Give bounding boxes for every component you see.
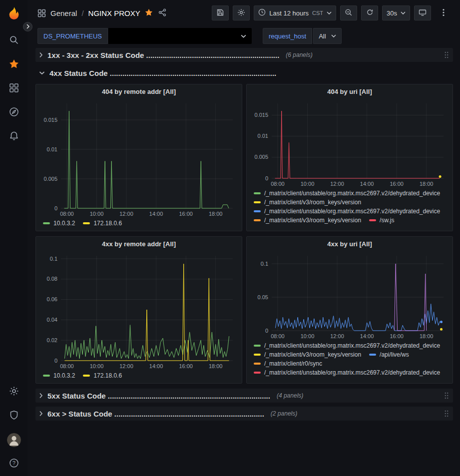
share-icon <box>158 8 166 18</box>
series-color-swatch <box>254 192 261 194</box>
series-color-swatch <box>254 201 261 203</box>
sidebar: ? <box>0 0 27 476</box>
svg-text:14:00: 14:00 <box>149 211 163 217</box>
share-button[interactable] <box>158 8 166 18</box>
breadcrumb-separator: / <box>81 9 83 17</box>
sidebar-item-dashboards[interactable] <box>0 77 27 101</box>
breadcrumb-folder[interactable]: General <box>50 9 77 17</box>
sidebar-item-explore[interactable] <box>0 101 27 125</box>
svg-text:10:00: 10:00 <box>301 181 315 187</box>
svg-text:18:00: 18:00 <box>209 211 223 217</box>
request-host-variable-label: request_host <box>263 28 312 44</box>
svg-text:10:00: 10:00 <box>90 211 104 217</box>
sidebar-item-profile[interactable] <box>0 428 27 452</box>
series-name: 172.18.0.6 <box>93 372 122 379</box>
sidebar-item-security[interactable] <box>0 404 27 428</box>
dashboard-variables-bar: DS_PROMETHEUS request_host All <box>27 26 460 46</box>
legend-item[interactable]: /_matrix/client/v3/room_keys/version <box>254 351 361 358</box>
time-range-picker[interactable]: Last 12 hours CST <box>254 5 336 20</box>
grafana-logo-icon[interactable] <box>5 5 22 22</box>
row-drag-handle-icon[interactable] <box>444 410 449 418</box>
request-host-select[interactable]: All <box>313 28 341 44</box>
sidebar-item-starred[interactable] <box>0 53 27 77</box>
sidebar-item-settings[interactable] <box>0 380 27 404</box>
panel-title[interactable]: 404 by uri [All] <box>247 84 453 98</box>
favorite-star-button[interactable] <box>145 8 153 18</box>
row-panel-count: (4 panels) <box>277 392 303 399</box>
legend-item[interactable]: /api/live/ws <box>369 351 409 358</box>
tv-mode-button[interactable] <box>414 5 431 20</box>
legend-item[interactable]: /_matrix/client/unstable/org.matrix.msc2… <box>254 208 440 215</box>
row-6xx-status-code[interactable]: 6xx > Status Code ......................… <box>35 407 453 421</box>
svg-text:0.1: 0.1 <box>50 256 57 262</box>
legend-item[interactable]: 172.18.0.6 <box>83 220 122 227</box>
refresh-button[interactable] <box>361 5 378 20</box>
chevron-right-icon <box>39 52 43 58</box>
legend-item[interactable]: /sw.js <box>369 217 394 224</box>
svg-text:12:00: 12:00 <box>119 363 133 369</box>
timezone-label: CST <box>312 10 323 16</box>
svg-text:10:00: 10:00 <box>301 333 315 339</box>
gear-icon <box>237 8 245 18</box>
series-name: /api/live/ws <box>380 351 409 358</box>
sidebar-item-help[interactable]: ? <box>0 452 27 476</box>
sidebar-item-alerting[interactable] <box>0 125 27 149</box>
refresh-interval-select[interactable]: 30s <box>382 5 410 20</box>
star-icon <box>145 8 153 18</box>
svg-text:12:00: 12:00 <box>330 333 344 339</box>
legend-item[interactable]: 10.0.3.2 <box>43 372 75 379</box>
sidebar-expand-button[interactable] <box>23 22 32 31</box>
svg-text:08:00: 08:00 <box>271 181 285 187</box>
save-dashboard-button[interactable] <box>212 5 229 20</box>
panel-title[interactable]: 404 by remote addr [All] <box>36 84 242 98</box>
series-name: 172.18.0.6 <box>93 220 122 227</box>
svg-text:0.05: 0.05 <box>258 294 268 300</box>
row-5xx-status-code[interactable]: 5xx Status Code ........................… <box>35 389 453 403</box>
panel-legend: /_matrix/client/unstable/org.matrix.msc2… <box>247 188 453 231</box>
zoom-out-button[interactable] <box>340 5 357 20</box>
svg-text:18:00: 18:00 <box>209 363 223 369</box>
row-4xx-status-code[interactable]: 4xx Status Code ........................… <box>35 66 453 80</box>
svg-text:12:00: 12:00 <box>119 211 133 217</box>
series-color-swatch <box>254 363 261 365</box>
chevron-right-icon <box>39 411 43 417</box>
time-series-chart: 08:0010:0012:0014:0016:0018:0000.050.1 <box>249 251 451 341</box>
panel-legend: 10.0.3.2172.18.0.6 <box>36 218 242 231</box>
panel-title[interactable]: 4xx by uri [All] <box>247 237 453 251</box>
row-drag-handle-icon[interactable] <box>444 392 449 400</box>
time-series-chart: 08:0010:0012:0014:0016:0018:0000.0050.01… <box>249 98 451 188</box>
apps-icon <box>37 9 46 17</box>
shield-icon <box>9 410 19 422</box>
row-1xx-3xx-2xx-status-code[interactable]: 1xx - 3xx - 2xx Status Code ............… <box>35 48 453 62</box>
chevron-down-icon <box>401 11 406 14</box>
gear-icon <box>9 386 19 398</box>
legend-item[interactable]: 172.18.0.6 <box>83 372 122 379</box>
legend-item[interactable]: /_matrix/client/v3/room_keys/version <box>254 199 361 206</box>
svg-text:10:00: 10:00 <box>90 363 104 369</box>
legend-item[interactable]: 10.0.3.2 <box>43 220 75 227</box>
svg-text:16:00: 16:00 <box>179 211 193 217</box>
legend-item[interactable]: /_matrix/client/r0/sync <box>254 360 322 367</box>
more-options-button[interactable] <box>435 5 452 20</box>
series-color-swatch <box>83 222 90 224</box>
series-name: /sw.js <box>380 217 394 224</box>
search-icon <box>9 35 19 47</box>
user-avatar <box>7 433 21 447</box>
row-drag-handle-icon[interactable] <box>444 51 449 59</box>
svg-text:0.015: 0.015 <box>254 112 268 118</box>
dashboard-settings-button[interactable] <box>233 5 250 20</box>
save-icon <box>216 8 224 18</box>
chart-area: 08:0010:0012:0014:0016:0018:0000.0050.01… <box>36 98 242 218</box>
panel-title[interactable]: 4xx by remote addr [All] <box>36 237 242 251</box>
legend-item[interactable]: /_matrix/client/unstable/org.matrix.msc2… <box>254 342 440 349</box>
legend-item[interactable]: /_matrix/client/v3/room_keys/version <box>254 217 361 224</box>
svg-text:0.06: 0.06 <box>47 296 57 302</box>
sidebar-bottom-nav: ? <box>0 380 27 476</box>
dashboard-toolbar: General / NGINX PROXY <box>27 0 460 26</box>
legend-item[interactable]: /_matrix/client/unstable/org.matrix.msc2… <box>254 190 440 197</box>
svg-text:0: 0 <box>265 175 268 181</box>
datasource-select[interactable] <box>108 28 252 44</box>
legend-item[interactable]: /_matrix/client/unstable/org.matrix.msc2… <box>254 369 440 376</box>
sidebar-item-search[interactable] <box>0 29 27 53</box>
chart-area: 08:0010:0012:0014:0016:0018:0000.020.040… <box>36 251 242 371</box>
